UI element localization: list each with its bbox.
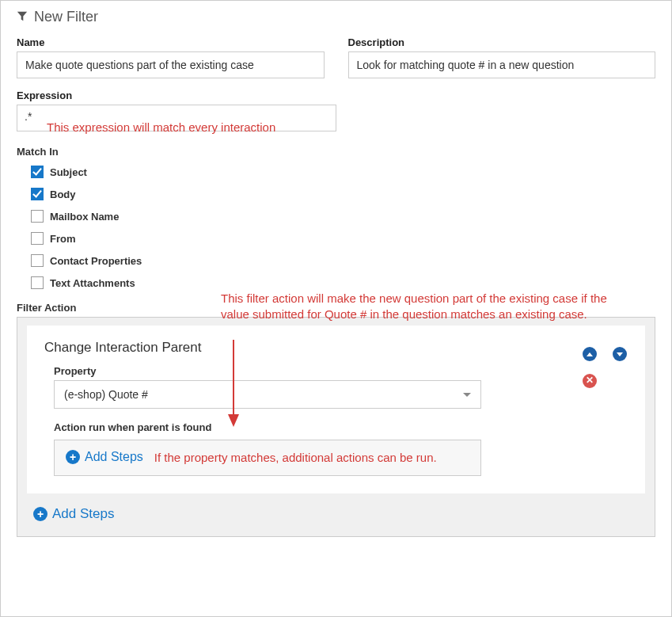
checkbox-label: Body (50, 189, 76, 200)
property-select[interactable]: (e-shop) Quote # (54, 380, 481, 409)
description-input[interactable] (348, 51, 656, 78)
arrow-up-icon (587, 352, 593, 356)
filter-action-panel: Change Interaction Parent Property (e-sh… (17, 317, 655, 537)
description-label: Description (348, 36, 656, 48)
arrow-down-icon (617, 352, 623, 356)
move-up-button[interactable] (582, 346, 598, 362)
expression-label: Expression (17, 90, 655, 101)
checkbox-label: Mailbox Name (50, 211, 119, 223)
expression-value-display: .* (25, 110, 32, 123)
property-select-value: (e-shop) Quote # (64, 388, 148, 401)
add-steps-label: Add Steps (85, 450, 143, 464)
annotation-substeps: If the property matches, additional acti… (154, 450, 437, 466)
close-icon: ✕ (586, 375, 594, 385)
match-item-mailbox-name[interactable]: Mailbox Name (17, 205, 655, 227)
sub-action-label: Action run when parent is found (54, 421, 569, 433)
action-card: Change Interaction Parent Property (e-sh… (27, 326, 645, 493)
checkbox-label: From (50, 233, 76, 245)
checkbox-contact-properties[interactable] (31, 254, 44, 267)
add-steps-button-inner[interactable]: + Add Steps (66, 450, 143, 464)
match-item-body[interactable]: Body (17, 183, 655, 205)
add-steps-label: Add Steps (52, 506, 114, 522)
checkbox-label: Text Attachments (50, 277, 135, 289)
checkbox-from[interactable] (31, 232, 44, 245)
expression-input[interactable] (17, 105, 336, 131)
name-label: Name (17, 36, 325, 48)
checkbox-subject[interactable] (31, 166, 44, 178)
checkbox-mailbox-name[interactable] (31, 210, 44, 223)
match-item-contact-properties[interactable]: Contact Properties (17, 249, 655, 272)
match-item-from[interactable]: From (17, 227, 655, 249)
match-in-label: Match In (17, 146, 655, 158)
filter-action-label: Filter Action (17, 302, 655, 314)
action-card-title: Change Interaction Parent (44, 340, 569, 356)
filter-icon (17, 9, 28, 25)
checkbox-body[interactable] (31, 188, 44, 200)
move-down-button[interactable] (612, 346, 628, 362)
delete-action-button[interactable]: ✕ (582, 373, 598, 389)
name-input[interactable] (17, 51, 325, 78)
checkbox-label: Subject (50, 166, 87, 178)
match-item-subject[interactable]: Subject (17, 161, 655, 183)
chevron-down-icon (463, 393, 471, 397)
add-steps-button-outer[interactable]: + Add Steps (33, 506, 114, 522)
plus-icon: + (33, 507, 47, 521)
match-item-text-attachments[interactable]: Text Attachments (17, 272, 655, 294)
page-title: New Filter (34, 9, 98, 25)
property-label: Property (54, 365, 569, 377)
form-header: New Filter (17, 9, 655, 25)
match-in-list: Subject Body Mailbox Name From Contact P… (17, 161, 655, 294)
plus-icon: + (66, 450, 80, 464)
new-filter-form: New Filter Name Description Expression .… (0, 0, 672, 617)
checkbox-label: Contact Properties (50, 255, 142, 267)
sub-action-box: + Add Steps If the property matches, add… (54, 440, 481, 476)
checkbox-text-attachments[interactable] (31, 276, 44, 289)
